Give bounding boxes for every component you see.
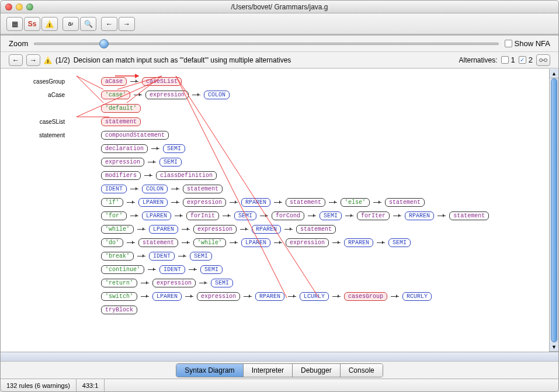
diagram-node[interactable]: RPAREN	[255, 292, 284, 301]
diagram-node[interactable]: 'default'	[101, 104, 141, 113]
search-icon[interactable]: 🔍	[80, 17, 96, 31]
message-bar: ← → ! (1/2) Decision can match input suc…	[1, 52, 558, 68]
diagram-node[interactable]: compoundStatement	[101, 131, 169, 140]
prev-msg-button[interactable]: ←	[9, 54, 23, 66]
diagram-node[interactable]: statement	[286, 198, 325, 207]
show-nfa-checkbox[interactable]: Show NFA	[505, 39, 550, 48]
diagram-node[interactable]: LCURLY	[300, 292, 329, 301]
diagram-node[interactable]: RPAREN	[252, 225, 281, 234]
diagram-node[interactable]: 'do'	[101, 238, 123, 247]
connector-arrow	[141, 296, 149, 297]
diagram-node[interactable]: statement	[101, 117, 141, 126]
connector-arrow	[144, 175, 152, 176]
diagram-node[interactable]: SEMI	[163, 144, 185, 153]
zoom-bar: Zoom Show NFA	[1, 36, 558, 52]
diagram-node[interactable]: 'else'	[341, 198, 370, 207]
diagram-node[interactable]: LPAREN	[142, 211, 171, 220]
diagram-node[interactable]: LPAREN	[241, 238, 270, 247]
diagram-node[interactable]: LPAREN	[152, 292, 182, 301]
diagram-node[interactable]: 'continue'	[101, 265, 144, 274]
diagram-node[interactable]: COLON	[142, 185, 168, 193]
next-msg-button[interactable]: →	[26, 54, 40, 66]
show-nfa-label: Show NFA	[515, 39, 550, 48]
diagram-node[interactable]: SEMI	[159, 158, 182, 166]
diagram-node[interactable]: 'break'	[101, 252, 134, 261]
checkbox-icon	[501, 56, 509, 64]
connector-arrow	[288, 296, 296, 297]
diagram-node[interactable]: expression	[101, 158, 144, 166]
diagram-node[interactable]: SEMI	[200, 265, 223, 274]
diagram-node[interactable]: expression	[286, 238, 329, 247]
forward-icon[interactable]: →	[119, 17, 135, 31]
tab-console[interactable]: Console	[341, 364, 383, 377]
diagram-node[interactable]: aCase	[101, 77, 127, 86]
diagram-node[interactable]: SEMI	[388, 238, 411, 247]
diagram-node[interactable]: LPAREN	[138, 198, 168, 207]
diagram-node[interactable]: 'return'	[101, 279, 137, 287]
scroll-down-icon[interactable]: ▼	[550, 342, 558, 352]
diagram-node[interactable]: 'if'	[101, 198, 123, 207]
diagram-node[interactable]: 'case'	[101, 91, 130, 99]
vertical-scrollbar[interactable]: ▲ ▼	[549, 69, 558, 352]
tab-interpreter[interactable]: Interpreter	[244, 364, 293, 377]
scrollbar-thumb[interactable]	[551, 78, 557, 342]
diagram-node[interactable]: statement	[138, 238, 178, 247]
diagram-node[interactable]: expression	[197, 292, 240, 301]
connector-arrow	[130, 216, 138, 216]
window-title: /Users/bovet/ Grammars/java.g	[1, 3, 558, 11]
diagram-node[interactable]: declaration	[101, 144, 148, 153]
diagram-viewport[interactable]: casesGroupaCasecaseSListaCase'case'expre…	[1, 69, 549, 352]
zoom-slider[interactable]	[34, 43, 498, 45]
diagram-node[interactable]: SEMI	[234, 211, 256, 220]
syntax-icon[interactable]: Ss	[24, 17, 40, 31]
alt1-checkbox[interactable]: 1	[501, 55, 515, 64]
diagram-node[interactable]: 'for'	[101, 211, 127, 220]
diagram-node[interactable]: modifiers	[101, 171, 141, 180]
diagram-node[interactable]: SEMI	[190, 252, 212, 261]
warning-icon[interactable]: !	[41, 17, 58, 31]
diagram-node[interactable]: 'while'	[193, 238, 226, 247]
sort-icon[interactable]: az	[63, 17, 79, 31]
graph-link-button[interactable]	[536, 54, 550, 66]
diagram-node[interactable]: statement	[183, 185, 223, 193]
diagram-node[interactable]: forInit	[186, 211, 219, 220]
scroll-up-icon[interactable]: ▲	[550, 69, 558, 78]
diagram-node[interactable]: 'while'	[101, 225, 134, 234]
syntax-diagram: casesGroupaCasecaseSListaCase'case'expre…	[6, 75, 489, 317]
diagram-node[interactable]: SEMI	[211, 279, 233, 287]
diagram-node[interactable]: IDENT	[159, 265, 185, 274]
tab-debugger[interactable]: Debugger	[293, 364, 341, 377]
tab-syntax-diagram[interactable]: Syntax Diagram	[176, 364, 243, 377]
diagram-node[interactable]: forIter	[357, 211, 390, 220]
diagram-node[interactable]: caseSList	[142, 77, 182, 86]
diagram-node[interactable]: IDENT	[149, 252, 175, 261]
diagram-node[interactable]: expression	[183, 198, 226, 207]
diagram-node[interactable]: 'switch'	[101, 292, 137, 301]
diagram-node[interactable]: tryBlock	[101, 306, 137, 314]
connector-arrow	[171, 189, 179, 189]
alt2-checkbox[interactable]: ✓ 2	[519, 55, 533, 64]
diagram-node[interactable]: RCURLY	[402, 292, 432, 301]
diagram-node[interactable]: LPAREN	[149, 225, 178, 234]
diagram-node[interactable]: casesGroup	[344, 292, 387, 301]
diagram-node[interactable]: COLON	[204, 91, 230, 99]
diagram-node[interactable]: RPAREN	[241, 198, 270, 207]
horizontal-scrollbar[interactable]	[1, 352, 558, 361]
diagram-node[interactable]: statement	[296, 225, 336, 234]
diagram-node[interactable]: forCond	[272, 211, 304, 220]
diagram-node[interactable]: RPAREN	[405, 211, 434, 220]
back-icon[interactable]: ←	[101, 17, 117, 31]
diagram-node[interactable]: statement	[449, 211, 489, 220]
diagram-node[interactable]: expression	[193, 225, 237, 234]
diagram-node[interactable]: statement	[385, 198, 425, 207]
diagram-node[interactable]: expression	[152, 279, 196, 287]
diagram-row: IDENTCOLONstatement	[6, 182, 489, 195]
diagram-node[interactable]: RPAREN	[344, 238, 373, 247]
alt2-label: 2	[529, 55, 533, 64]
rules-icon[interactable]: ▦	[6, 17, 23, 31]
zoom-slider-thumb[interactable]	[99, 39, 109, 48]
diagram-node[interactable]: expression	[145, 91, 189, 99]
diagram-node[interactable]: SEMI	[320, 211, 342, 220]
diagram-node[interactable]: IDENT	[101, 185, 127, 193]
diagram-node[interactable]: classDefinition	[156, 171, 217, 180]
